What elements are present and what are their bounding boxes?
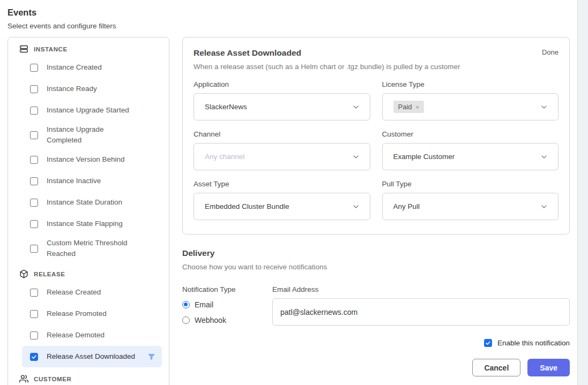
channel-select[interactable]: Any channel	[193, 143, 370, 170]
section-label: INSTANCE	[34, 46, 68, 52]
sidebar-item-release-demoted[interactable]: Release Demoted	[22, 324, 162, 346]
card-description: When a release asset (such as a Helm cha…	[193, 63, 559, 71]
section-label: RELEASE	[34, 271, 65, 277]
radio-label: Email	[195, 300, 213, 309]
asset-type-select[interactable]: Embedded Cluster Bundle	[193, 193, 370, 220]
field-label: License Type	[382, 80, 559, 88]
radio-option-email[interactable]: Email	[182, 300, 272, 309]
sidebar-item-instance-version-behind[interactable]: Instance Version Behind	[22, 149, 162, 170]
page-title: Events	[8, 7, 36, 18]
event-label: Release Created	[47, 287, 101, 298]
field-pull-type: Pull Type Any Pull	[382, 180, 559, 220]
event-label: Custom Metric Threshold Reached	[47, 238, 137, 259]
chevron-down-icon	[352, 103, 360, 111]
event-label: Instance Version Behind	[47, 154, 125, 165]
chevron-down-icon	[540, 153, 548, 161]
field-license-type: License Type Paid ×	[382, 80, 559, 120]
checkbox-unchecked[interactable]	[30, 199, 38, 207]
checkbox-unchecked[interactable]	[30, 220, 38, 228]
sidebar-item-custom-metric-threshold-reached[interactable]: Custom Metric Threshold Reached	[22, 235, 162, 262]
chevron-down-icon	[352, 153, 360, 161]
radio-option-webhook[interactable]: Webhook	[182, 316, 272, 324]
enable-notification-label: Enable this notification	[497, 339, 570, 347]
field-customer: Customer Example Customer	[382, 130, 559, 170]
sidebar-item-instance-state-flapping[interactable]: Instance State Flapping	[22, 213, 162, 235]
tag-remove-icon[interactable]: ×	[416, 104, 419, 110]
enable-checkbox-checked[interactable]	[484, 339, 492, 347]
section-label: CUSTOMER	[34, 376, 71, 382]
page-subtitle: Select events and configure filters	[8, 22, 116, 30]
application-select[interactable]: SlackerNews	[193, 93, 370, 120]
section-header-instance: INSTANCE	[8, 37, 169, 57]
customer-select[interactable]: Example Customer	[382, 143, 559, 170]
main-panel: Release Asset Downloaded Done When a rel…	[182, 37, 570, 376]
pull-type-select[interactable]: Any Pull	[382, 193, 559, 220]
server-stack-icon	[19, 44, 28, 54]
sidebar-item-release-created[interactable]: Release Created	[22, 282, 162, 303]
radio-unchecked[interactable]	[182, 316, 190, 324]
sidebar-item-instance-upgrade-completed[interactable]: Instance Upgrade Completed	[22, 121, 162, 149]
sidebar-item-instance-created[interactable]: Instance Created	[22, 57, 162, 78]
checkbox-checked[interactable]	[30, 353, 38, 361]
selected-value: Any Pull	[393, 202, 420, 210]
field-label: Pull Type	[382, 180, 559, 188]
placeholder-text: Any channel	[205, 153, 244, 161]
checkbox-unchecked[interactable]	[30, 177, 38, 185]
field-asset-type: Asset Type Embedded Cluster Bundle	[193, 180, 370, 220]
sidebar-item-release-promoted[interactable]: Release Promoted	[22, 303, 162, 324]
sidebar-item-instance-inactive[interactable]: Instance Inactive	[22, 170, 162, 192]
field-label: Application	[193, 80, 370, 88]
cancel-button[interactable]: Cancel	[472, 359, 520, 376]
event-label: Instance Ready	[47, 84, 97, 94]
checkbox-unchecked[interactable]	[30, 85, 38, 93]
notification-type-column: Notification Type Email Webhook	[182, 285, 272, 326]
notification-type-label: Notification Type	[182, 285, 272, 293]
event-label: Instance State Flapping	[47, 218, 123, 229]
event-label: Release Asset Downloaded	[47, 351, 135, 362]
license-type-select[interactable]: Paid ×	[382, 93, 559, 120]
checkbox-unchecked[interactable]	[30, 331, 38, 339]
save-button[interactable]: Save	[527, 359, 570, 376]
event-label: Release Promoted	[47, 308, 107, 319]
checkbox-unchecked[interactable]	[30, 156, 38, 164]
enable-notification-row[interactable]: Enable this notification	[182, 339, 570, 347]
sidebar-item-instance-ready[interactable]: Instance Ready	[22, 78, 162, 100]
selected-value: SlackerNews	[205, 103, 247, 111]
checkbox-unchecked[interactable]	[30, 245, 38, 253]
event-label: Instance Upgrade Completed	[47, 124, 137, 146]
sidebar-item-instance-state-duration[interactable]: Instance State Duration	[22, 192, 162, 213]
done-button[interactable]: Done	[542, 48, 559, 56]
event-label: Instance Upgrade Started	[47, 105, 129, 116]
event-label: Instance Inactive	[47, 176, 101, 186]
event-filter-card: Release Asset Downloaded Done When a rel…	[182, 37, 570, 235]
events-sidebar: INSTANCE Instance Created Instance Ready…	[8, 37, 169, 385]
event-label: Instance Created	[47, 62, 102, 73]
selected-value: Embedded Cluster Bundle	[205, 202, 289, 210]
email-address-label: Email Address	[272, 285, 570, 293]
filter-funnel-icon[interactable]	[147, 353, 155, 361]
email-address-input[interactable]	[272, 298, 570, 326]
sidebar-item-release-asset-downloaded[interactable]: Release Asset Downloaded	[22, 346, 162, 367]
chevron-down-icon	[540, 202, 548, 211]
delivery-title: Delivery	[182, 248, 570, 258]
scrollbar-track[interactable]	[577, 0, 588, 385]
field-label: Customer	[382, 130, 559, 138]
field-label: Channel	[193, 130, 370, 138]
event-label: Instance State Duration	[47, 197, 122, 208]
radio-checked[interactable]	[182, 301, 190, 308]
card-title: Release Asset Downloaded	[193, 48, 301, 58]
checkbox-unchecked[interactable]	[30, 131, 38, 139]
package-icon	[19, 269, 28, 278]
field-application: Application SlackerNews	[193, 80, 370, 120]
checkbox-unchecked[interactable]	[30, 107, 38, 115]
field-label: Asset Type	[193, 180, 370, 188]
checkbox-unchecked[interactable]	[30, 310, 38, 318]
section-header-release: RELEASE	[8, 262, 169, 282]
sidebar-item-instance-upgrade-started[interactable]: Instance Upgrade Started	[22, 100, 162, 121]
checkbox-unchecked[interactable]	[30, 64, 38, 72]
chevron-down-icon	[352, 202, 360, 211]
users-icon	[19, 374, 28, 383]
checkbox-unchecked[interactable]	[30, 289, 38, 297]
email-column: Email Address	[272, 285, 570, 326]
section-header-customer: CUSTOMER	[8, 367, 169, 385]
